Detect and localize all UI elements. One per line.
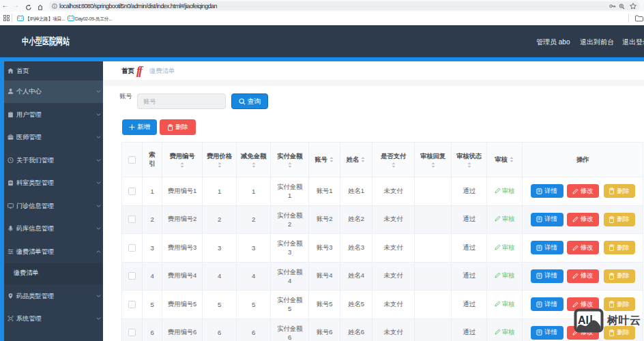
svg-text:AI: AI (578, 314, 589, 326)
